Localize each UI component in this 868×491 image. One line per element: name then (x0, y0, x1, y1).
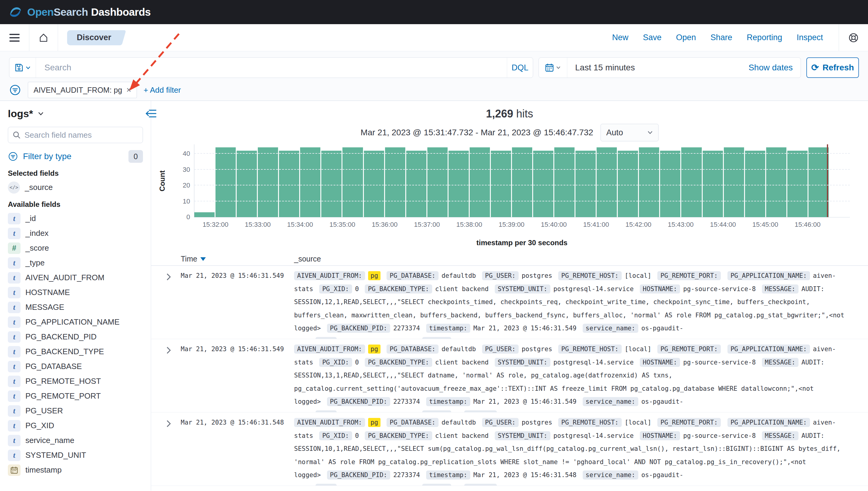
histogram-chart[interactable]: Count 15:32:0015:33:0015:34:0015:35:0015… (194, 144, 850, 218)
table-header-row: Time _source (151, 253, 868, 266)
histogram-bar[interactable] (745, 151, 765, 217)
field-item-_source[interactable]: </>_source (8, 180, 143, 195)
histogram-bar[interactable] (279, 151, 299, 217)
field-item-PG_APPLICATION_NAME[interactable]: tPG_APPLICATION_NAME (8, 315, 143, 329)
query-language-button[interactable]: DQL (507, 58, 533, 78)
top-menu-open[interactable]: Open (676, 33, 696, 42)
histogram-bar[interactable] (575, 151, 596, 217)
histogram-bar[interactable] (618, 151, 638, 217)
histogram-bar[interactable] (237, 151, 257, 217)
histogram-bar[interactable] (787, 151, 808, 217)
histogram-bar[interactable] (364, 151, 384, 217)
filter-list-icon[interactable] (9, 84, 21, 96)
histogram-bar[interactable] (512, 147, 532, 217)
field-item-_id[interactable]: t_id (8, 211, 143, 226)
field-item-PG_XID[interactable]: tPG_XID (8, 418, 143, 433)
collapse-sidebar-icon[interactable] (144, 108, 157, 119)
interval-select[interactable]: Auto (600, 124, 658, 141)
filter-pill[interactable]: AIVEN_AUDIT_FROM: pg × (28, 82, 137, 98)
refresh-button[interactable]: ⟳ Refresh (806, 57, 859, 78)
histogram-bar[interactable] (639, 147, 659, 217)
histogram-bar[interactable] (427, 147, 447, 217)
table-row[interactable]: Mar 21, 2023 @ 15:46:31.549AIVEN_AUDIT_F… (151, 266, 868, 339)
field-item-PG_BACKEND_PID[interactable]: tPG_BACKEND_PID (8, 329, 143, 344)
field-search-input[interactable] (25, 131, 138, 140)
y-tick-label: 20 (183, 181, 190, 189)
time-column-header[interactable]: Time (181, 255, 294, 263)
histogram-bar[interactable] (258, 147, 278, 217)
row-source: AIVEN_AUDIT_FROM:pgPG_DATABASE:defaultdb… (294, 416, 851, 486)
histogram-bar[interactable] (809, 147, 829, 217)
histogram-bar[interactable] (491, 151, 511, 217)
field-item-SYSTEMD_UNIT[interactable]: tSYSTEMD_UNIT (8, 448, 143, 463)
histogram-bar[interactable] (724, 147, 744, 217)
search-input[interactable] (36, 58, 507, 78)
breadcrumb-discover[interactable]: Discover (67, 30, 125, 45)
filter-by-type-button[interactable]: Filter by type 0 (8, 149, 143, 164)
field-item-PG_REMOTE_PORT[interactable]: tPG_REMOTE_PORT (8, 388, 143, 403)
field-name: service_name (25, 436, 74, 445)
date-quick-select-button[interactable] (539, 58, 567, 78)
field-item-PG_USER[interactable]: tPG_USER (8, 403, 143, 418)
chevron-right-icon (166, 346, 172, 354)
histogram-bar[interactable] (343, 147, 363, 217)
field-type-badge: t (8, 257, 21, 269)
top-menu-save[interactable]: Save (643, 33, 661, 42)
field-item-timestamp[interactable]: timestamp (8, 463, 143, 478)
histogram-bar[interactable] (385, 147, 405, 217)
top-menu-share[interactable]: Share (710, 33, 732, 42)
field-item-_type[interactable]: t_type (8, 256, 143, 270)
top-menu-inspect[interactable]: Inspect (797, 33, 823, 42)
table-row[interactable]: Mar 21, 2023 @ 15:46:31.548AIVEN_AUDIT_F… (151, 412, 868, 486)
source-field-value: 2273374 (393, 398, 420, 405)
histogram-bar[interactable] (660, 151, 680, 217)
histogram-bar[interactable] (449, 151, 469, 217)
histogram-bar[interactable] (533, 151, 553, 217)
field-item-PG_REMOTE_HOST[interactable]: tPG_REMOTE_HOST (8, 374, 143, 388)
histogram-bar[interactable] (300, 147, 320, 217)
chevron-down-icon (556, 66, 561, 69)
filter-remove-icon[interactable]: × (126, 85, 131, 95)
available-fields-list: t_idt_index#_scoret_typetAIVEN_AUDIT_FRO… (8, 211, 143, 478)
index-pattern-selector[interactable]: logs* (8, 107, 143, 120)
time-range-value[interactable]: Last 15 minutes (567, 63, 635, 73)
field-item-HOSTNAME[interactable]: tHOSTNAME (8, 285, 143, 300)
histogram-bar[interactable] (597, 147, 617, 217)
field-item-PG_DATABASE[interactable]: tPG_DATABASE (8, 359, 143, 374)
top-menu-new[interactable]: New (612, 33, 628, 42)
opensearch-logo-icon (8, 5, 22, 19)
histogram-bar[interactable] (321, 151, 342, 217)
histogram-bar[interactable] (216, 147, 236, 217)
source-field-value: Mar 21, 2023 @ 15:46:31.548 (473, 471, 576, 479)
field-item-MESSAGE[interactable]: tMESSAGE (8, 300, 143, 315)
sort-descending-icon (200, 257, 206, 261)
histogram-bar[interactable] (194, 212, 215, 217)
available-fields-heading: Available fields (8, 200, 143, 209)
field-item-AIVEN_AUDIT_FROM[interactable]: tAIVEN_AUDIT_FROM (8, 270, 143, 285)
saved-query-button[interactable] (9, 58, 36, 78)
histogram-bar[interactable] (681, 147, 702, 217)
histogram-bar[interactable] (406, 151, 427, 217)
expand-row-button[interactable] (151, 343, 181, 412)
hamburger-menu-button[interactable] (0, 33, 29, 42)
field-item-PG_BACKEND_TYPE[interactable]: tPG_BACKEND_TYPE (8, 344, 143, 359)
help-icon[interactable] (848, 32, 859, 43)
top-menu-reporting[interactable]: Reporting (747, 33, 782, 42)
expand-row-button[interactable] (151, 416, 181, 486)
brand-dashboards: Dashboards (91, 6, 151, 18)
show-dates-button[interactable]: Show dates (749, 63, 801, 73)
histogram-bar[interactable] (766, 147, 786, 217)
histogram-bar[interactable] (703, 151, 723, 217)
home-button[interactable] (29, 33, 58, 42)
expand-row-button[interactable] (151, 269, 181, 339)
source-field-key: PG_REMOTE_PORT: (657, 418, 721, 427)
histogram-bar[interactable] (470, 147, 490, 217)
field-item-_score[interactable]: #_score (8, 241, 143, 256)
table-row[interactable]: Mar 21, 2023 @ 15:46:31.549AIVEN_AUDIT_F… (151, 339, 868, 412)
field-item-service_name[interactable]: tservice_name (8, 433, 143, 448)
histogram-bar[interactable] (554, 147, 574, 217)
source-field-key: PG_USER: (482, 271, 519, 280)
add-filter-button[interactable]: + Add filter (143, 85, 181, 95)
field-item-_index[interactable]: t_index (8, 226, 143, 241)
source-field-key: MESSAGE: (762, 358, 798, 367)
